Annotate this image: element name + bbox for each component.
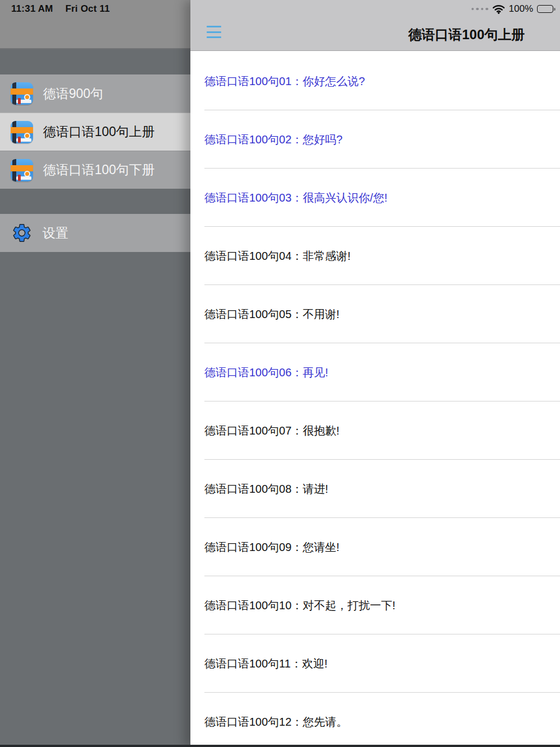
sidebar-spacer-middle	[0, 189, 190, 214]
detail-panel: 100% 德语口语100句上册 德语口语100句01：你好怎么说? 德语口语10…	[190, 0, 560, 747]
list-item-label: 德语口语100句04：非常感谢!	[204, 249, 351, 264]
sidebar-item-100ju-xiace[interactable]: 德语口语100句下册	[0, 151, 190, 189]
sidebar-item-deyu900[interactable]: 德语900句	[0, 74, 190, 113]
status-bar-right: 100%	[472, 3, 554, 15]
list-item[interactable]: 德语口语100句04：非常感谢!	[190, 227, 560, 285]
sidebar-item-label: 德语900句	[43, 85, 103, 102]
sidebar: 11:31 AMFri Oct 11 德语900句 德语口语100句上册 德语口…	[0, 0, 190, 747]
list-item[interactable]: 德语口语100句02：您好吗?	[190, 110, 560, 169]
list-item-label: 德语口语100句07：很抱歉!	[204, 423, 339, 438]
list-item-label: 德语口语100句03：很高兴认识你/您!	[204, 190, 388, 206]
list-item-label: 德语口语100句01：你好怎么说?	[204, 74, 365, 89]
hamburger-menu-button[interactable]	[207, 26, 221, 38]
list-item[interactable]: 德语口语100句03：很高兴认识你/您!	[190, 169, 560, 227]
book-icon	[11, 121, 33, 143]
sidebar-spacer-top	[0, 49, 190, 74]
app-screen: 11:31 AMFri Oct 11 德语900句 德语口语100句上册 德语口…	[0, 0, 560, 747]
status-time-date: 11:31 AMFri Oct 11	[11, 3, 110, 15]
list-item-label: 德语口语100句05：不用谢!	[204, 307, 339, 322]
sidebar-item-label: 设置	[43, 225, 68, 242]
wifi-icon	[492, 4, 505, 14]
list-item[interactable]: 德语口语100句12：您先请。	[190, 693, 560, 747]
list-item[interactable]: 德语口语100句08：请进!	[190, 460, 560, 518]
bottom-edge-bar	[0, 745, 560, 747]
list-item[interactable]: 德语口语100句07：很抱歉!	[190, 401, 560, 460]
book-icon	[11, 159, 33, 181]
battery-percent: 100%	[509, 3, 533, 15]
battery-icon	[537, 5, 553, 13]
sidebar-item-100ju-shangce[interactable]: 德语口语100句上册	[0, 113, 190, 151]
list-item-label: 德语口语100句02：您好吗?	[204, 132, 343, 147]
list-item[interactable]: 德语口语100句09：您请坐!	[190, 518, 560, 576]
list-item[interactable]: 德语口语100句10：对不起，打扰一下!	[190, 576, 560, 634]
book-icon	[11, 82, 33, 105]
sidebar-item-settings[interactable]: 设置	[0, 214, 190, 252]
list-item-label: 德语口语100句06：再见!	[204, 365, 328, 380]
list-item[interactable]: 德语口语100句11：欢迎!	[190, 634, 560, 693]
list-item[interactable]: 德语口语100句05：不用谢!	[190, 285, 560, 343]
navigation-bar: 100% 德语口语100句上册	[190, 0, 560, 51]
page-title: 德语口语100句上册	[408, 26, 525, 44]
cellular-signal-icon	[472, 8, 488, 11]
status-bar-left: 11:31 AMFri Oct 11	[0, 0, 190, 49]
list-item-label: 德语口语100句08：请进!	[204, 482, 328, 497]
sidebar-background	[0, 252, 190, 747]
list-item-label: 德语口语100句09：您请坐!	[204, 540, 339, 555]
sidebar-item-label: 德语口语100句下册	[43, 161, 155, 179]
list-item[interactable]: 德语口语100句06：再见!	[190, 343, 560, 401]
status-date: Fri Oct 11	[66, 3, 110, 14]
list-item-label: 德语口语100句11：欢迎!	[204, 656, 328, 671]
sidebar-item-label: 德语口语100句上册	[43, 123, 155, 141]
gear-icon	[11, 222, 32, 244]
list-item-label: 德语口语100句12：您先请。	[204, 715, 348, 730]
lesson-list: 德语口语100句01：你好怎么说? 德语口语100句02：您好吗? 德语口语10…	[190, 52, 560, 747]
status-time: 11:31 AM	[11, 3, 53, 14]
list-item[interactable]: 德语口语100句01：你好怎么说?	[190, 52, 560, 110]
list-item-label: 德语口语100句10：对不起，打扰一下!	[204, 598, 395, 613]
